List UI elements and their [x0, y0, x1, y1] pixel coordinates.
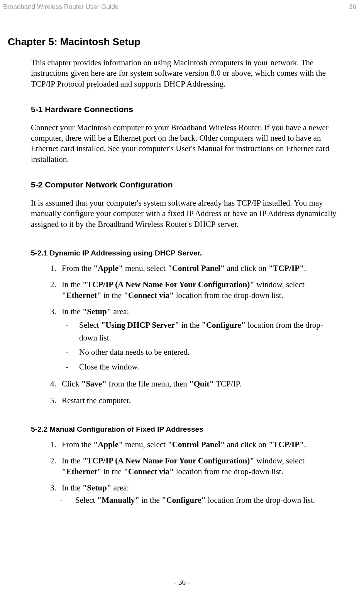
- item-text: and click on: [225, 440, 268, 449]
- item-number: 1.: [50, 439, 56, 450]
- list-item: 3. In the "Setup" area: - Select "Manual…: [50, 483, 341, 506]
- item-text: TCP/IP.: [214, 379, 241, 388]
- dash: -: [66, 361, 68, 373]
- section-51-body: Connect your Macintosh computer to your …: [31, 123, 341, 165]
- item-text: in the: [139, 495, 162, 505]
- item-number: 2.: [50, 279, 56, 290]
- item-text: Click: [62, 379, 81, 388]
- item-text: Select: [79, 320, 101, 330]
- bold-text: "Connect via": [124, 291, 174, 300]
- item-text: In the: [62, 456, 83, 465]
- sub-list-item: - Select "Using DHCP Server" in the "Con…: [66, 319, 341, 344]
- bold-text: "Setup": [83, 483, 112, 492]
- section-52-body: It is assumed that your computer's syste…: [31, 198, 341, 230]
- bold-text: "Configure": [201, 320, 245, 330]
- sub-list-item: - No other data needs to be entered.: [66, 346, 341, 359]
- item-text: location from the drop-down list.: [174, 291, 283, 300]
- list-item: 5. Restart the computer.: [50, 395, 341, 406]
- item-number: 5.: [50, 395, 56, 406]
- bold-text: "TCP/IP (A New Name For Your Configurati…: [83, 456, 254, 465]
- bold-text: "Apple": [93, 440, 123, 449]
- section-522-title: 5-2.2 Manual Configuration of Fixed IP A…: [31, 425, 341, 434]
- item-text: menu, select: [123, 264, 168, 273]
- item-number: 2.: [50, 456, 56, 466]
- section-52-title: 5-2 Computer Network Configuration: [31, 180, 341, 189]
- item-text: menu, select: [123, 440, 168, 449]
- item-text: In the: [62, 483, 83, 492]
- item-text: From the: [62, 264, 93, 273]
- list-item: 3. In the "Setup" area: - Select "Using …: [50, 306, 341, 373]
- sub-list-item: - Select "Manually" in the "Configure" l…: [60, 495, 341, 506]
- dash: -: [60, 495, 63, 506]
- item-number: 3.: [50, 306, 56, 317]
- sub-list: - Select "Using DHCP Server" in the "Con…: [66, 319, 341, 373]
- list-item: 2. In the "TCP/IP (A New Name For Your C…: [50, 279, 341, 301]
- chapter-title: Chapter 5: Macintosh Setup: [8, 36, 341, 48]
- item-text: Restart the computer.: [62, 396, 131, 405]
- page-header: Broadband Wireless Router User Guide 36: [0, 0, 364, 11]
- dash: -: [66, 319, 68, 332]
- item-number: 1.: [50, 263, 56, 274]
- bold-text: "Ethernet": [62, 291, 102, 300]
- item-text: location from the drop-down list.: [174, 467, 283, 476]
- item-text: In the: [62, 280, 83, 289]
- item-text: area:: [111, 307, 129, 316]
- section-51-title: 5-1 Hardware Connections: [31, 105, 341, 114]
- item-text: in the: [102, 291, 124, 300]
- chapter-intro: This chapter provides information on usi…: [31, 58, 341, 89]
- item-text: in the: [102, 467, 124, 476]
- dash: -: [66, 346, 68, 359]
- item-text: and click on: [225, 264, 268, 273]
- bold-text: "Connect via": [124, 467, 174, 476]
- item-text: location from the drop-down list.: [206, 495, 315, 505]
- bold-text: "Save": [81, 379, 107, 388]
- bold-text: "Control Panel": [168, 264, 225, 273]
- page-content: Chapter 5: Macintosh Setup This chapter …: [0, 11, 364, 506]
- item-text: .: [304, 440, 306, 449]
- list-item: 1. From the "Apple" menu, select "Contro…: [50, 439, 341, 450]
- page-footer: - 36 -: [0, 578, 364, 587]
- bold-text: "Manually": [97, 495, 140, 505]
- list-item: 2. In the "TCP/IP (A New Name For Your C…: [50, 456, 341, 477]
- sub-list: - Select "Manually" in the "Configure" l…: [60, 495, 341, 506]
- item-text: window, select: [254, 280, 305, 289]
- bold-text: "Setup": [83, 307, 112, 316]
- bold-text: "Using DHCP Server": [101, 320, 179, 330]
- bold-text: "TCP/IP (A New Name For Your Configurati…: [83, 280, 254, 289]
- bold-text: "Ethernet": [62, 467, 102, 476]
- item-text: In the: [62, 307, 83, 316]
- item-text: Select: [75, 495, 97, 505]
- bold-text: "Apple": [93, 264, 123, 273]
- item-text: from the file menu, then: [107, 379, 189, 388]
- bold-text: "TCP/IP": [269, 440, 304, 449]
- list-item: 1. From the "Apple" menu, select "Contro…: [50, 263, 341, 274]
- sub-list-item: - Close the window.: [66, 361, 341, 373]
- header-page-number: 36: [349, 3, 356, 11]
- item-text: No other data needs to be entered.: [79, 347, 190, 357]
- bold-text: "Control Panel": [168, 440, 225, 449]
- section-521-list: 1. From the "Apple" menu, select "Contro…: [50, 263, 341, 406]
- list-item: 4. Click "Save" from the file menu, then…: [50, 379, 341, 389]
- item-text: From the: [62, 440, 93, 449]
- bold-text: "Quit": [189, 379, 214, 388]
- bold-text: "Configure": [162, 495, 206, 505]
- bold-text: "TCP/IP": [269, 264, 304, 273]
- section-521-title: 5-2.1 Dynamic IP Addressing using DHCP S…: [31, 249, 341, 257]
- header-title: Broadband Wireless Router User Guide: [3, 3, 119, 11]
- item-number: 3.: [50, 483, 56, 493]
- item-text: Close the window.: [79, 362, 139, 371]
- section-522-list: 1. From the "Apple" menu, select "Contro…: [50, 439, 341, 506]
- item-number: 4.: [50, 379, 56, 389]
- item-text: area:: [111, 483, 129, 492]
- item-text: window, select: [254, 456, 305, 465]
- item-text: in the: [179, 320, 202, 330]
- item-text: .: [304, 264, 306, 273]
